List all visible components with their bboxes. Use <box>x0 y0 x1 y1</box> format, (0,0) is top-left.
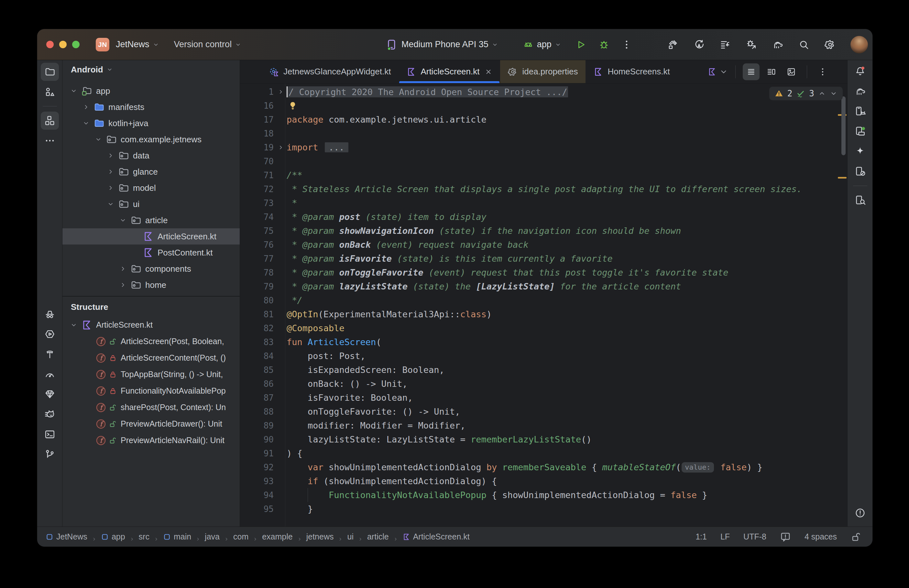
code-line[interactable]: 72 * Stateless Article Screen that displ… <box>240 182 847 196</box>
project-tree-item[interactable] <box>63 293 240 296</box>
hidden-tabs-dropdown[interactable] <box>707 67 728 76</box>
code-line[interactable]: 84 post: Post, <box>240 349 847 363</box>
editor-scrollbar[interactable] <box>841 96 846 155</box>
breadcrumb-item[interactable]: main <box>163 532 191 541</box>
code-line[interactable]: 78 * @param onToggleFavorite (event) req… <box>240 265 847 279</box>
project-tree-item[interactable]: ui <box>63 196 240 212</box>
project-tree-item[interactable]: home <box>63 277 240 293</box>
code-line[interactable]: 86 onBack: () -> Unit, <box>240 377 847 391</box>
window-close-button[interactable] <box>46 41 54 48</box>
error-stripe-mark[interactable] <box>838 177 846 179</box>
chevron-right-icon[interactable] <box>118 279 128 291</box>
project-tree-item[interactable]: com.example.jetnews <box>63 131 240 147</box>
project-tree-item[interactable]: ArticleScreen.kt <box>63 228 240 244</box>
attach-debugger-button[interactable] <box>746 39 757 50</box>
close-tab-button[interactable] <box>484 68 492 76</box>
warning-count[interactable]: 2 <box>787 89 793 99</box>
chevron-right-icon[interactable] <box>105 166 116 177</box>
fold-marker-icon[interactable] <box>275 144 287 151</box>
project-tree-item[interactable]: model <box>63 180 240 196</box>
code-line[interactable]: 79 * @param lazyListState (state) the [L… <box>240 279 847 293</box>
chevron-down-icon[interactable] <box>118 215 128 226</box>
gradle-sync-button[interactable] <box>772 39 783 50</box>
structure-item[interactable]: fTopAppBar(String, () -> Unit, <box>63 366 240 383</box>
search-everywhere-button[interactable] <box>798 39 810 50</box>
code-line[interactable]: 70 <box>240 154 847 168</box>
settings-button[interactable] <box>824 39 836 50</box>
gemini-button[interactable] <box>851 142 869 160</box>
code-line[interactable]: 81@OptIn(ExperimentalMaterial3Api::class… <box>240 307 847 321</box>
code-view-button[interactable] <box>743 63 760 80</box>
structure-item[interactable]: fArticleScreen(Post, Boolean, <box>63 333 240 350</box>
vcs-widget[interactable]: Version control <box>174 39 242 50</box>
preview-button[interactable] <box>783 63 800 80</box>
chevron-right-icon[interactable] <box>105 183 116 194</box>
device-selector[interactable]: Medium Phone API 35 <box>386 39 498 51</box>
version-control-tool-window-button[interactable] <box>41 445 59 464</box>
notifications-button[interactable] <box>851 62 869 80</box>
breadcrumb-item[interactable]: article <box>367 532 389 541</box>
structure-item[interactable]: ArticleScreen.kt <box>63 317 240 333</box>
resource-manager-button[interactable] <box>41 83 59 101</box>
breadcrumb-item[interactable]: java <box>205 532 220 541</box>
breadcrumb-item[interactable]: jetnews <box>306 532 334 541</box>
code-line[interactable]: 89 modifier: Modifier = Modifier, <box>240 418 847 433</box>
gradle-button[interactable] <box>851 82 869 100</box>
chevron-down-icon[interactable] <box>68 86 79 96</box>
more-run-options-button[interactable] <box>621 39 633 50</box>
device-explorer-button[interactable] <box>851 191 869 209</box>
breadcrumb-item[interactable]: ArticleScreen.kt <box>402 532 470 541</box>
code-line[interactable]: 18 <box>240 126 847 141</box>
code-line[interactable]: 90 lazyListState: LazyListState = rememb… <box>240 433 847 446</box>
window-minimize-button[interactable] <box>59 41 67 48</box>
project-tree-item[interactable]: data <box>63 147 240 164</box>
chevron-down-icon[interactable] <box>105 199 116 210</box>
code-line[interactable]: 16 <box>240 99 847 113</box>
code-line[interactable]: 88 onToggleFavorite: () -> Unit, <box>240 405 847 418</box>
code-line[interactable]: 82@Composable <box>240 321 847 335</box>
code-line[interactable]: 76 * @param onBack (event) request navig… <box>240 238 847 252</box>
intention-bulb-icon[interactable] <box>288 101 298 111</box>
code-line[interactable]: 19import ... <box>240 141 847 154</box>
debug-button[interactable] <box>598 39 610 50</box>
chevron-right-icon[interactable] <box>118 296 128 296</box>
project-view-selector[interactable]: Android <box>63 60 240 76</box>
chevron-right-icon[interactable] <box>81 102 92 113</box>
breadcrumb-item[interactable]: JetNews <box>45 532 87 541</box>
editor-tab[interactable]: idea.properties <box>500 60 586 83</box>
profiler-tool-window-button[interactable] <box>41 365 59 383</box>
structure-item[interactable]: fArticleScreenContent(Post, () <box>63 350 240 366</box>
project-tree-item[interactable]: article <box>63 212 240 228</box>
editor-tab[interactable]: HomeScreens.kt <box>586 60 677 83</box>
code-line[interactable]: 92 var showUnimplementedActionDialog by … <box>240 460 847 474</box>
project-tree-item[interactable]: glance <box>63 164 240 180</box>
code-line[interactable]: 80 */ <box>240 293 847 307</box>
device-mirroring-button[interactable] <box>851 162 869 181</box>
next-issue-button[interactable] <box>830 90 838 97</box>
problems-tool-window-button[interactable] <box>851 504 869 522</box>
split-view-button[interactable] <box>763 63 780 80</box>
build-tool-window-button[interactable] <box>41 345 59 363</box>
chevron-right-icon[interactable] <box>118 263 128 274</box>
indent-widget[interactable]: 4 spaces <box>804 532 837 541</box>
project-tree-item[interactable]: PostContent.kt <box>63 244 240 261</box>
code-line[interactable]: 74 * @param post (state) item to display <box>240 210 847 224</box>
chevron-down-icon[interactable] <box>68 320 79 331</box>
todo-icon[interactable] <box>780 531 791 543</box>
caret-position-widget[interactable]: 1:1 <box>696 532 707 541</box>
code-line[interactable]: 1/ Copyright 2020 The Android Open Sourc… <box>240 85 847 99</box>
encoding-widget[interactable]: UTF-8 <box>743 532 766 541</box>
code-line[interactable]: 17package com.example.jetnews.ui.article <box>240 113 847 126</box>
running-devices-button[interactable] <box>41 325 59 343</box>
project-badge[interactable]: JN <box>96 38 109 52</box>
user-avatar[interactable] <box>851 36 868 53</box>
code-line[interactable]: 93 if (showUnimplementedActionDialog) { <box>240 474 847 488</box>
chevron-down-icon[interactable] <box>93 134 104 145</box>
app-quality-insights-button[interactable] <box>41 385 59 403</box>
project-tree-item[interactable]: components <box>63 261 240 277</box>
project-tree-item[interactable]: app <box>63 83 240 99</box>
code-line[interactable]: 83fun ArticleScreen( <box>240 335 847 349</box>
code-line[interactable]: 91) { <box>240 446 847 460</box>
code-line[interactable]: 87 isFavorite: Boolean, <box>240 391 847 405</box>
project-button[interactable] <box>41 63 59 81</box>
